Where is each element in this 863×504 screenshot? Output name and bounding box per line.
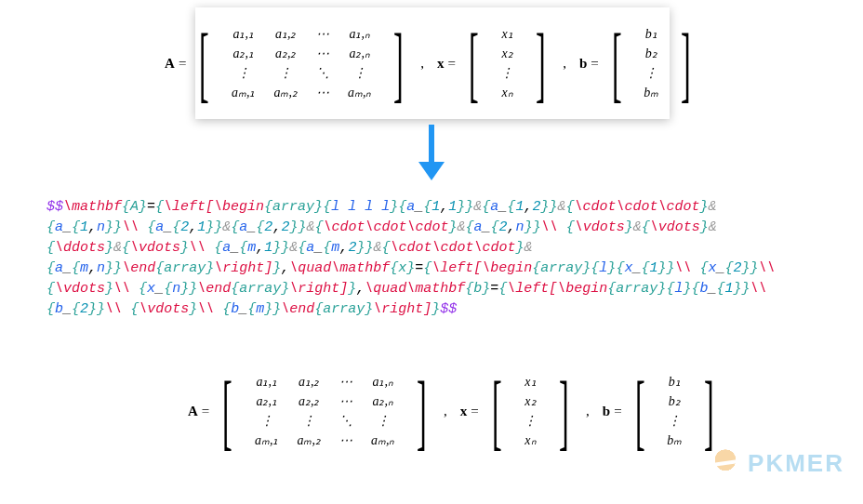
watermark: PKMER (710, 448, 844, 478)
latex-source-code: $$\mathbf{A}={\left[\begin{array}{l l l … (46, 197, 818, 320)
watermark-logo-icon (710, 448, 740, 478)
bottom-math-row-container: A = [a₁,₁a₁,₂⋯a₁,ₙa₂,₁a₂,₂⋯a₂,ₙ⋮⋮⋱⋮aₘ,₁a… (188, 368, 675, 454)
arrow-down-icon (413, 125, 450, 180)
top-math-row: A = [a₁,₁a₁,₂⋯a₁,ₙa₂,₁a₂,₂⋯a₂,ₙ⋮⋮⋱⋮aₘ,₁a… (165, 20, 700, 106)
math-image-card: A = [a₁,₁a₁,₂⋯a₁,ₙa₂,₁a₂,₂⋯a₂,ₙ⋮⋮⋱⋮aₘ,₁a… (195, 7, 670, 119)
watermark-text: PKMER (748, 449, 844, 478)
bottom-math-row: A = [a₁,₁a₁,₂⋯a₁,ₙa₂,₁a₂,₂⋯a₂,ₙ⋮⋮⋱⋮aₘ,₁a… (188, 368, 675, 454)
